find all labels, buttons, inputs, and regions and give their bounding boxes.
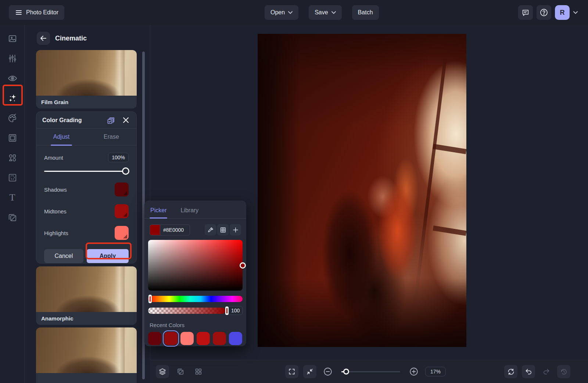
back-button[interactable] — [37, 32, 50, 45]
close-panel-button[interactable] — [121, 116, 130, 125]
frame-tool-button[interactable] — [5, 131, 20, 145]
recent-color-swatch[interactable] — [148, 332, 161, 345]
apply-button[interactable]: Apply — [87, 249, 129, 263]
redo-icon — [542, 368, 550, 376]
filter-card-anamorphic[interactable]: Anamorphic — [36, 266, 137, 325]
zoom-out-button[interactable] — [321, 365, 334, 378]
recent-color-swatch[interactable] — [180, 332, 194, 345]
tab-adjust[interactable]: Adjust — [36, 129, 86, 145]
main-menu-button[interactable]: Photo Editor — [9, 5, 64, 20]
image-tool-button[interactable] — [5, 31, 20, 46]
recent-color-swatch[interactable] — [229, 332, 242, 345]
highlights-label: Highlights — [44, 230, 68, 236]
layers-button[interactable] — [156, 365, 169, 378]
alpha-value[interactable]: 100 — [228, 306, 243, 315]
hex-input[interactable] — [160, 224, 190, 235]
tab-erase[interactable]: Erase — [86, 129, 136, 145]
filter-card-next[interactable] — [36, 327, 137, 383]
tab-library[interactable]: Library — [180, 206, 199, 218]
recent-colors-row — [148, 332, 243, 345]
recent-colors-label: Recent Colors — [150, 322, 241, 328]
amount-slider-handle[interactable] — [122, 167, 129, 175]
top-bar: Photo Editor Open Save Batch — [0, 0, 588, 25]
filter-thumbnail — [36, 327, 137, 373]
shadows-color-swatch[interactable] — [115, 182, 129, 196]
eyedropper-button[interactable] — [205, 224, 216, 235]
feedback-button[interactable] — [518, 5, 533, 20]
chevron-down-icon — [331, 11, 336, 14]
zoom-slider-track — [341, 371, 400, 372]
batch-button[interactable]: Batch — [352, 5, 379, 20]
avatar[interactable]: R — [555, 5, 570, 20]
duplicate-tool-button[interactable] — [5, 210, 20, 225]
color-grading-title: Color Grading — [42, 117, 105, 124]
hamburger-icon — [15, 8, 23, 17]
layers-copy-icon — [8, 213, 17, 222]
account-chevron-icon[interactable] — [573, 11, 578, 14]
effects-sparkles-icon — [7, 93, 18, 103]
texture-tool-button[interactable] — [5, 170, 20, 185]
circle-plus-icon — [409, 367, 419, 376]
collapse-icon — [306, 368, 313, 375]
filter-card-film-grain[interactable]: Film Grain — [36, 50, 137, 109]
open-button[interactable]: Open — [265, 5, 298, 20]
arrow-left-icon — [40, 35, 47, 41]
grid-view-button[interactable] — [192, 365, 205, 378]
apply-to-all-button[interactable] — [105, 114, 117, 126]
effects-tool-button[interactable] — [5, 91, 20, 106]
recent-color-swatch[interactable] — [197, 332, 210, 345]
midtones-color-swatch[interactable] — [115, 204, 129, 218]
color-picker-popup: Picker Library — [144, 201, 246, 346]
recent-color-swatch[interactable] — [213, 332, 226, 345]
filter-card-label: Anamorphic — [36, 312, 137, 325]
zoom-level-value[interactable]: 17% — [425, 367, 446, 376]
filters-tool-button[interactable] — [5, 111, 20, 125]
add-color-button[interactable] — [230, 224, 241, 235]
photo-layer — [258, 34, 466, 347]
hue-slider[interactable] — [148, 296, 243, 302]
zoom-in-button[interactable] — [407, 365, 420, 378]
reset-button[interactable] — [504, 365, 517, 378]
refresh-icon — [507, 368, 515, 376]
zoom-slider[interactable] — [341, 369, 400, 375]
alpha-handle[interactable] — [225, 306, 229, 315]
shapes-tool-button[interactable] — [5, 150, 20, 165]
picker-tabs: Picker Library — [144, 201, 246, 219]
panel-title: Cinematic — [55, 35, 87, 42]
alpha-slider[interactable] — [148, 308, 225, 314]
layers-icon — [158, 368, 166, 376]
chevron-down-icon — [288, 11, 293, 14]
adjust-tool-button[interactable] — [5, 51, 20, 66]
help-button[interactable] — [537, 5, 551, 20]
tab-picker[interactable]: Picker — [150, 206, 167, 218]
text-tool-button[interactable]: T — [5, 190, 20, 205]
saturation-value-area[interactable] — [148, 240, 243, 291]
amount-slider-track — [44, 171, 129, 172]
current-color-swatch — [150, 224, 160, 235]
amount-value[interactable]: 100% — [108, 153, 129, 162]
retouch-tool-button[interactable] — [5, 71, 20, 86]
history-button[interactable] — [557, 365, 570, 378]
highlights-color-swatch[interactable] — [115, 226, 129, 240]
palette-icon — [7, 113, 17, 123]
amount-slider[interactable] — [44, 167, 129, 175]
undo-button[interactable] — [522, 365, 535, 378]
fullscreen-button[interactable] — [285, 365, 298, 378]
midtones-label: Midtones — [44, 208, 67, 214]
save-button[interactable]: Save — [309, 5, 341, 20]
transform-button[interactable] — [174, 365, 187, 378]
redo-button[interactable] — [539, 365, 553, 378]
cancel-button[interactable]: Cancel — [44, 249, 83, 263]
circle-minus-icon — [323, 367, 333, 376]
stacked-check-icon — [107, 116, 115, 125]
fit-screen-button[interactable] — [303, 365, 316, 378]
plus-icon — [232, 227, 239, 233]
canvas-image[interactable] — [258, 34, 466, 347]
adjustments-icon — [8, 54, 17, 63]
sv-handle[interactable] — [240, 262, 246, 269]
zoom-slider-handle[interactable] — [343, 369, 349, 375]
bottom-bar: 17% — [150, 360, 588, 383]
hue-handle[interactable] — [148, 295, 152, 303]
recent-color-swatch-selected[interactable] — [164, 332, 178, 345]
swatch-grid-button[interactable] — [217, 224, 229, 235]
